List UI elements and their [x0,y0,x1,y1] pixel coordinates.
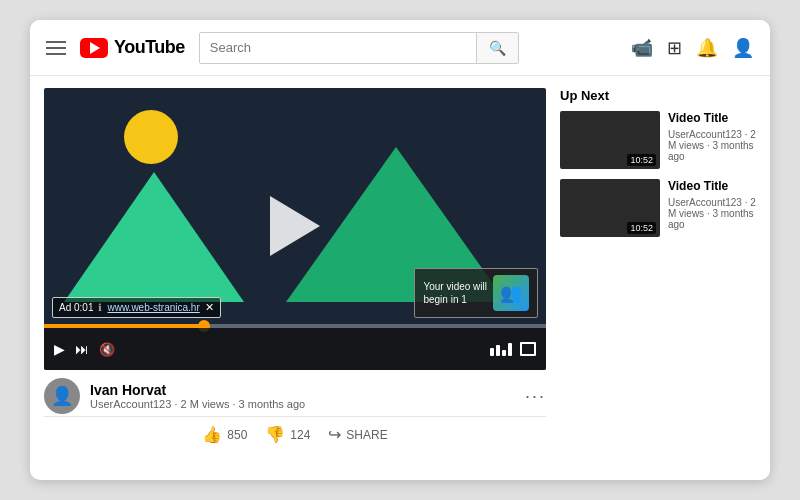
sun-graphic [124,110,178,164]
sidebar-card-2[interactable]: 10:52 Video Title UserAccount123 · 2 M v… [560,179,756,237]
user-icon[interactable]: 👤 [732,37,754,59]
up-next-label: Up Next [560,88,756,103]
info-icon: ℹ [98,302,102,313]
video-actions: 👍 850 👎 124 ↪ SHARE [44,417,546,452]
skip-text: Your video will begin in 1 [423,280,487,306]
channel-name[interactable]: Ivan Horvat [90,382,515,398]
sidebar-title-2: Video Title [668,179,756,195]
bell-icon[interactable]: 🔔 [696,37,718,59]
dislike-count: 124 [290,428,310,442]
sidebar-duration-2: 10:52 [627,222,656,234]
browser-card: YouTube 🔍 📹 ⊞ 🔔 👤 [30,20,770,480]
grid-icon[interactable]: ⊞ [667,37,682,59]
main-content: Ad 0:01 ℹ www.web-stranica.hr ✕ Your vid… [30,76,770,480]
ad-close-icon[interactable]: ✕ [205,301,214,314]
share-label: SHARE [346,428,387,442]
search-bar: 🔍 [199,32,519,64]
video-info: 👤 Ivan Horvat UserAccount123 · 2 M views… [44,370,546,417]
ad-url-label[interactable]: www.web-stranica.hr [107,302,199,313]
play-ctrl-icon[interactable]: ▶ [54,341,65,357]
search-input[interactable] [200,40,476,55]
sidebar-duration-1: 10:52 [627,154,656,166]
sidebar: Up Next 10:52 Video Title UserAccount123… [560,88,756,468]
next-ctrl-icon[interactable]: ⏭ [75,341,89,357]
camera-icon[interactable]: 📹 [631,37,653,59]
skip-thumbnail: 👥 [493,275,529,311]
controls-right [490,342,536,356]
like-count: 850 [227,428,247,442]
channel-meta: UserAccount123 · 2 M views · 3 months ag… [90,398,515,410]
sidebar-info-1: Video Title UserAccount123 · 2 M views ·… [668,111,756,169]
video-controls: ▶ ⏭ 🔇 [44,328,546,370]
ad-overlay: Ad 0:01 ℹ www.web-stranica.hr ✕ [52,297,221,318]
logo-area: YouTube [80,37,185,58]
sidebar-info-2: Video Title UserAccount123 · 2 M views ·… [668,179,756,237]
like-button[interactable]: 👍 850 [202,425,247,444]
more-options-button[interactable]: ··· [525,386,546,407]
skip-ad-overlay: Your video will begin in 1 👥 [414,268,538,318]
video-area: Ad 0:01 ℹ www.web-stranica.hr ✕ Your vid… [44,88,546,468]
share-icon: ↪ [328,425,341,444]
header: YouTube 🔍 📹 ⊞ 🔔 👤 [30,20,770,76]
avatar[interactable]: 👤 [44,378,80,414]
sidebar-thumbnail-1: 10:52 [560,111,660,169]
share-button[interactable]: ↪ SHARE [328,425,387,444]
sidebar-meta-1: UserAccount123 · 2 M views · 3 months ag… [668,129,756,162]
thumbs-down-icon: 👎 [265,425,285,444]
sidebar-title-1: Video Title [668,111,756,127]
fullscreen-button[interactable] [520,342,536,356]
sidebar-card-1[interactable]: 10:52 Video Title UserAccount123 · 2 M v… [560,111,756,169]
sidebar-meta-2: UserAccount123 · 2 M views · 3 months ag… [668,197,756,230]
search-button[interactable]: 🔍 [476,33,518,63]
channel-info: Ivan Horvat UserAccount123 · 2 M views ·… [90,382,515,410]
mountain-left-graphic [64,172,244,302]
sidebar-thumbnail-2: 10:52 [560,179,660,237]
header-icons: 📹 ⊞ 🔔 👤 [631,37,754,59]
ad-time-label: Ad 0:01 [59,302,93,313]
dislike-button[interactable]: 👎 124 [265,425,310,444]
play-button-icon[interactable] [270,196,320,256]
youtube-logo-icon [80,38,108,58]
volume-ctrl-icon[interactable]: 🔇 [99,342,115,357]
menu-icon[interactable] [46,41,66,55]
video-player[interactable]: Ad 0:01 ℹ www.web-stranica.hr ✕ Your vid… [44,88,546,370]
logo-text: YouTube [114,37,185,58]
thumbs-up-icon: 👍 [202,425,222,444]
settings-icon[interactable] [490,343,512,356]
